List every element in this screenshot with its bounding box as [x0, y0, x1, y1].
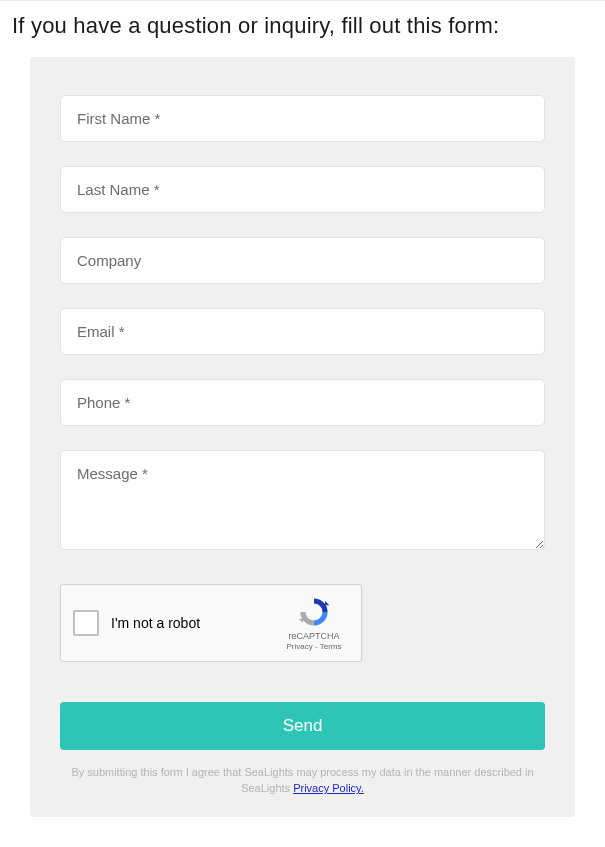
disclaimer-text: By submitting this form I agree that Sea… — [60, 764, 545, 797]
first-name-input[interactable] — [60, 95, 545, 142]
email-input[interactable] — [60, 308, 545, 355]
form-heading: If you have a question or inquiry, fill … — [12, 13, 593, 39]
last-name-input[interactable] — [60, 166, 545, 213]
recaptcha-branding: reCAPTCHA Privacy - Terms — [279, 595, 349, 651]
svg-marker-0 — [325, 601, 329, 605]
recaptcha-links[interactable]: Privacy - Terms — [279, 642, 349, 651]
recaptcha-label: I'm not a robot — [111, 615, 279, 631]
recaptcha-checkbox[interactable] — [73, 610, 99, 636]
recaptcha-brand-text: reCAPTCHA — [279, 631, 349, 642]
send-button[interactable]: Send — [60, 702, 545, 750]
contact-form: I'm not a robot reCAPTCHA Privacy - Term… — [30, 57, 575, 817]
company-input[interactable] — [60, 237, 545, 284]
recaptcha-widget: I'm not a robot reCAPTCHA Privacy - Term… — [60, 584, 362, 662]
svg-marker-1 — [299, 619, 303, 623]
privacy-policy-link[interactable]: Privacy Policy. — [293, 782, 364, 794]
phone-input[interactable] — [60, 379, 545, 426]
recaptcha-logo-icon — [297, 595, 331, 629]
message-textarea[interactable] — [60, 450, 545, 550]
